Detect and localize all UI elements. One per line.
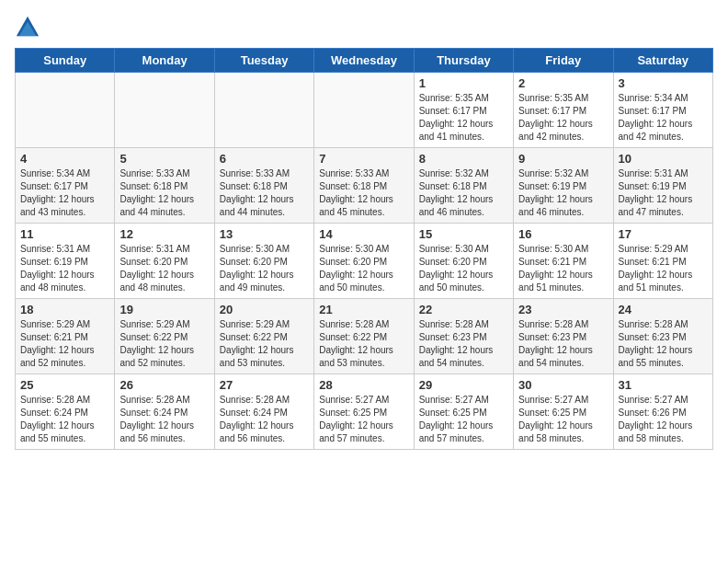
calendar-cell (314, 73, 414, 148)
calendar-header-row: SundayMondayTuesdayWednesdayThursdayFrid… (16, 49, 713, 73)
calendar-cell: 16Sunrise: 5:30 AM Sunset: 6:21 PM Dayli… (514, 224, 613, 299)
day-info: Sunrise: 5:30 AM Sunset: 6:20 PM Dayligh… (220, 243, 309, 294)
calendar-week-row: 11Sunrise: 5:31 AM Sunset: 6:19 PM Dayli… (16, 224, 713, 299)
calendar-cell: 3Sunrise: 5:34 AM Sunset: 6:17 PM Daylig… (613, 73, 712, 148)
calendar-cell: 6Sunrise: 5:33 AM Sunset: 6:18 PM Daylig… (214, 148, 313, 224)
day-number: 25 (20, 378, 109, 392)
day-of-week-header: Thursday (414, 49, 513, 73)
day-number: 8 (419, 152, 508, 166)
logo (15, 15, 44, 40)
day-of-week-header: Tuesday (214, 49, 313, 73)
page-header (15, 15, 713, 40)
day-info: Sunrise: 5:35 AM Sunset: 6:17 PM Dayligh… (518, 92, 608, 144)
day-number: 15 (419, 227, 508, 241)
day-info: Sunrise: 5:34 AM Sunset: 6:17 PM Dayligh… (619, 92, 708, 144)
calendar-cell: 26Sunrise: 5:28 AM Sunset: 6:24 PM Dayli… (115, 374, 214, 450)
calendar-week-row: 18Sunrise: 5:29 AM Sunset: 6:21 PM Dayli… (16, 299, 713, 374)
day-info: Sunrise: 5:28 AM Sunset: 6:24 PM Dayligh… (119, 394, 209, 445)
day-info: Sunrise: 5:30 AM Sunset: 6:20 PM Dayligh… (319, 243, 408, 294)
calendar-cell: 12Sunrise: 5:31 AM Sunset: 6:20 PM Dayli… (115, 224, 214, 299)
day-info: Sunrise: 5:35 AM Sunset: 6:17 PM Dayligh… (419, 92, 508, 144)
calendar-cell: 8Sunrise: 5:32 AM Sunset: 6:18 PM Daylig… (414, 148, 513, 224)
calendar-week-row: 25Sunrise: 5:28 AM Sunset: 6:24 PM Dayli… (16, 374, 713, 450)
calendar-cell: 29Sunrise: 5:27 AM Sunset: 6:25 PM Dayli… (414, 374, 513, 450)
day-of-week-header: Saturday (613, 49, 712, 73)
day-info: Sunrise: 5:28 AM Sunset: 6:23 PM Dayligh… (518, 318, 608, 370)
day-info: Sunrise: 5:27 AM Sunset: 6:25 PM Dayligh… (518, 394, 608, 445)
day-number: 5 (119, 152, 209, 166)
day-number: 13 (220, 227, 309, 241)
day-of-week-header: Wednesday (314, 49, 414, 73)
day-number: 7 (319, 152, 408, 166)
calendar-cell: 30Sunrise: 5:27 AM Sunset: 6:25 PM Dayli… (514, 374, 613, 450)
calendar-cell: 13Sunrise: 5:30 AM Sunset: 6:20 PM Dayli… (214, 224, 313, 299)
calendar-cell (214, 73, 313, 148)
day-of-week-header: Friday (514, 49, 613, 73)
day-number: 1 (419, 76, 508, 90)
day-info: Sunrise: 5:30 AM Sunset: 6:20 PM Dayligh… (419, 243, 508, 294)
day-number: 6 (220, 152, 309, 166)
calendar-cell: 25Sunrise: 5:28 AM Sunset: 6:24 PM Dayli… (16, 374, 115, 450)
day-info: Sunrise: 5:27 AM Sunset: 6:25 PM Dayligh… (419, 394, 508, 445)
day-info: Sunrise: 5:27 AM Sunset: 6:25 PM Dayligh… (319, 394, 408, 445)
day-number: 3 (619, 76, 708, 90)
day-info: Sunrise: 5:28 AM Sunset: 6:22 PM Dayligh… (319, 318, 408, 370)
calendar-cell: 28Sunrise: 5:27 AM Sunset: 6:25 PM Dayli… (314, 374, 414, 450)
day-info: Sunrise: 5:31 AM Sunset: 6:19 PM Dayligh… (20, 243, 109, 294)
calendar-cell: 24Sunrise: 5:28 AM Sunset: 6:23 PM Dayli… (613, 299, 712, 374)
day-info: Sunrise: 5:29 AM Sunset: 6:22 PM Dayligh… (220, 318, 309, 370)
day-number: 21 (319, 303, 408, 316)
calendar-table: SundayMondayTuesdayWednesdayThursdayFrid… (15, 48, 713, 450)
day-info: Sunrise: 5:33 AM Sunset: 6:18 PM Dayligh… (319, 167, 408, 219)
day-number: 29 (419, 378, 508, 392)
day-number: 27 (220, 378, 309, 392)
day-info: Sunrise: 5:29 AM Sunset: 6:21 PM Dayligh… (619, 243, 708, 294)
day-info: Sunrise: 5:29 AM Sunset: 6:21 PM Dayligh… (20, 318, 109, 370)
day-info: Sunrise: 5:32 AM Sunset: 6:19 PM Dayligh… (518, 167, 608, 219)
day-info: Sunrise: 5:29 AM Sunset: 6:22 PM Dayligh… (119, 318, 209, 370)
calendar-week-row: 4Sunrise: 5:34 AM Sunset: 6:17 PM Daylig… (16, 148, 713, 224)
day-of-week-header: Monday (115, 49, 214, 73)
day-number: 17 (619, 227, 708, 241)
calendar-week-row: 1Sunrise: 5:35 AM Sunset: 6:17 PM Daylig… (16, 73, 713, 148)
calendar-cell: 27Sunrise: 5:28 AM Sunset: 6:24 PM Dayli… (214, 374, 313, 450)
day-info: Sunrise: 5:31 AM Sunset: 6:20 PM Dayligh… (119, 243, 209, 294)
calendar-cell: 4Sunrise: 5:34 AM Sunset: 6:17 PM Daylig… (16, 148, 115, 224)
day-info: Sunrise: 5:28 AM Sunset: 6:24 PM Dayligh… (20, 394, 109, 445)
day-number: 22 (419, 303, 508, 316)
calendar-cell: 2Sunrise: 5:35 AM Sunset: 6:17 PM Daylig… (514, 73, 613, 148)
calendar-cell: 23Sunrise: 5:28 AM Sunset: 6:23 PM Dayli… (514, 299, 613, 374)
day-number: 20 (220, 303, 309, 316)
day-number: 23 (518, 303, 608, 316)
calendar-cell: 14Sunrise: 5:30 AM Sunset: 6:20 PM Dayli… (314, 224, 414, 299)
day-number: 10 (619, 152, 708, 166)
day-number: 31 (619, 378, 708, 392)
calendar-cell: 10Sunrise: 5:31 AM Sunset: 6:19 PM Dayli… (613, 148, 712, 224)
calendar-cell: 1Sunrise: 5:35 AM Sunset: 6:17 PM Daylig… (414, 73, 513, 148)
calendar-cell (16, 73, 115, 148)
day-info: Sunrise: 5:33 AM Sunset: 6:18 PM Dayligh… (119, 167, 209, 219)
calendar-cell: 11Sunrise: 5:31 AM Sunset: 6:19 PM Dayli… (16, 224, 115, 299)
calendar-cell (115, 73, 214, 148)
day-number: 14 (319, 227, 408, 241)
logo-icon (15, 15, 40, 40)
calendar-cell: 18Sunrise: 5:29 AM Sunset: 6:21 PM Dayli… (16, 299, 115, 374)
day-info: Sunrise: 5:28 AM Sunset: 6:24 PM Dayligh… (220, 394, 309, 445)
calendar-cell: 19Sunrise: 5:29 AM Sunset: 6:22 PM Dayli… (115, 299, 214, 374)
calendar-cell: 31Sunrise: 5:27 AM Sunset: 6:26 PM Dayli… (613, 374, 712, 450)
day-info: Sunrise: 5:31 AM Sunset: 6:19 PM Dayligh… (619, 167, 708, 219)
day-number: 30 (518, 378, 608, 392)
calendar-cell: 9Sunrise: 5:32 AM Sunset: 6:19 PM Daylig… (514, 148, 613, 224)
day-info: Sunrise: 5:32 AM Sunset: 6:18 PM Dayligh… (419, 167, 508, 219)
day-info: Sunrise: 5:27 AM Sunset: 6:26 PM Dayligh… (619, 394, 708, 445)
day-number: 18 (20, 303, 109, 316)
day-number: 9 (518, 152, 608, 166)
calendar-cell: 5Sunrise: 5:33 AM Sunset: 6:18 PM Daylig… (115, 148, 214, 224)
day-number: 28 (319, 378, 408, 392)
day-number: 19 (119, 303, 209, 316)
calendar-cell: 21Sunrise: 5:28 AM Sunset: 6:22 PM Dayli… (314, 299, 414, 374)
day-info: Sunrise: 5:34 AM Sunset: 6:17 PM Dayligh… (20, 167, 109, 219)
day-of-week-header: Sunday (16, 49, 115, 73)
calendar-cell: 7Sunrise: 5:33 AM Sunset: 6:18 PM Daylig… (314, 148, 414, 224)
day-number: 12 (119, 227, 209, 241)
